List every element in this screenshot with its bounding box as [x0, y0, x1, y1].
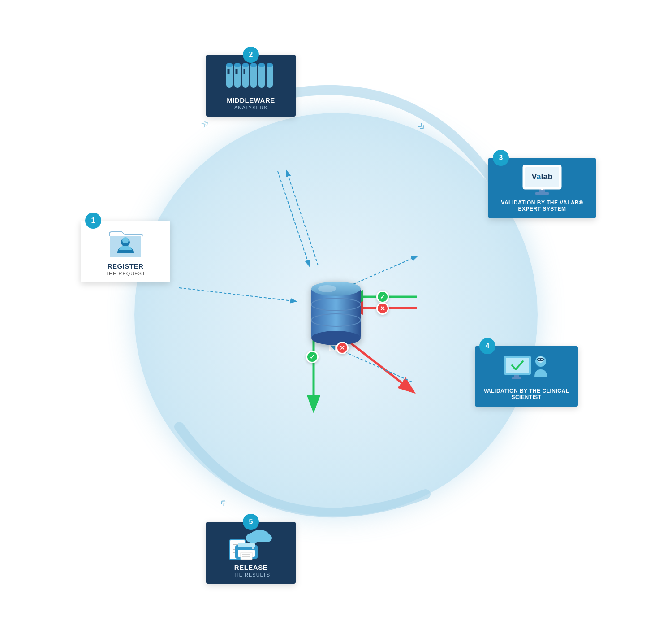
card-middleware: 2	[206, 55, 296, 117]
svg-rect-29	[267, 63, 273, 67]
svg-text:»: »	[215, 496, 230, 511]
svg-rect-47	[506, 358, 529, 373]
svg-rect-18	[226, 63, 233, 88]
svg-rect-25	[250, 63, 257, 67]
svg-point-14	[318, 285, 336, 292]
test-tubes-icon	[212, 60, 289, 94]
svg-rect-70	[241, 552, 252, 560]
svg-point-69	[252, 547, 254, 549]
svg-line-55	[537, 359, 538, 360]
check-icon-valab: ✓	[376, 291, 389, 303]
svg-rect-21	[234, 63, 241, 67]
lis-center: LIS	[307, 275, 365, 354]
svg-point-17	[122, 237, 129, 243]
svg-point-45	[541, 188, 543, 190]
diagram-container: ✓ ✕ ✓ ✕	[90, 68, 582, 561]
svg-rect-28	[267, 63, 273, 88]
svg-rect-60	[252, 537, 267, 542]
check-icon-lis-down: ✓	[306, 351, 319, 363]
svg-text:Valab: Valab	[531, 172, 552, 181]
svg-rect-23	[242, 63, 249, 67]
card-5-subtitle: THE RESULTS	[212, 572, 289, 577]
svg-rect-24	[250, 63, 257, 88]
card-valab: 3 Valab VALIDATION BY THE VALAB® EXPERT …	[488, 158, 596, 218]
svg-rect-48	[514, 375, 519, 377]
svg-text:»: »	[198, 115, 211, 131]
svg-rect-22	[242, 63, 249, 88]
svg-rect-68	[238, 543, 255, 547]
card-5-title: RELEASE	[212, 564, 289, 571]
x-icon-valab: ✕	[376, 302, 389, 315]
card-1-subtitle: THE REQUEST	[87, 271, 164, 276]
svg-rect-20	[234, 63, 241, 88]
svg-rect-19	[226, 63, 233, 67]
scientist-icon	[481, 351, 572, 385]
svg-rect-26	[258, 63, 265, 88]
svg-rect-43	[535, 192, 549, 195]
card-1-title: REGISTER	[87, 262, 164, 270]
svg-point-10	[311, 331, 361, 345]
folder-user-icon	[87, 226, 164, 260]
svg-rect-49	[512, 377, 521, 379]
svg-rect-27	[258, 63, 265, 67]
step-3-circle: 3	[493, 150, 509, 166]
printer-cloud-icon	[212, 527, 289, 561]
card-2-subtitle: ANALYSERS	[212, 105, 289, 110]
card-4-title: VALIDATION BY THE CLINICAL SCIENTIST	[481, 388, 572, 400]
step-4-circle: 4	[479, 338, 495, 354]
step-5-circle: 5	[243, 514, 259, 530]
x-icon-red-diag: ✕	[336, 342, 349, 354]
card-2-title: MIDDLEWARE	[212, 96, 289, 104]
card-3-title: VALIDATION BY THE VALAB® EXPERT SYSTEM	[495, 200, 590, 212]
valab-logo-icon: Valab	[495, 163, 590, 197]
svg-line-56	[543, 359, 544, 360]
card-register: 1 REGISTER THE REQUEST	[81, 221, 170, 282]
card-scientist: 4	[475, 346, 578, 407]
step-1-circle: 1	[85, 213, 101, 229]
card-release: 5	[206, 522, 296, 584]
step-2-circle: 2	[243, 47, 259, 63]
